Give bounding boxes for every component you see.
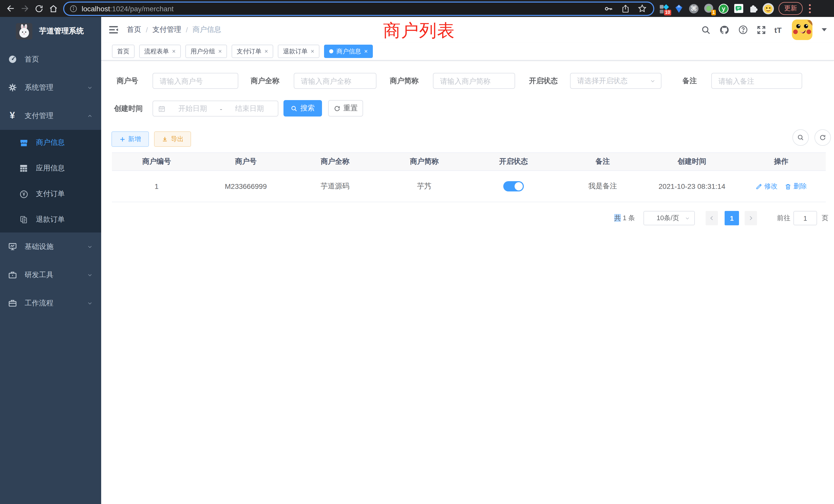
grid-icon [19, 164, 28, 173]
app-logo-avatar [16, 23, 32, 39]
page-size-select[interactable]: 10条/页 [643, 211, 695, 225]
sidebar-item-merchant-info[interactable]: 商户信息 [0, 130, 101, 156]
export-button[interactable]: 导出 [154, 131, 191, 147]
add-button[interactable]: 新增 [111, 131, 149, 147]
tag-merchant-info[interactable]: 商户信息× [324, 45, 373, 58]
close-icon[interactable]: × [264, 48, 268, 55]
browser-home-button[interactable] [46, 1, 61, 16]
extension-y-icon[interactable]: y [718, 2, 730, 15]
edit-label: 修改 [764, 182, 777, 191]
tag-user-group[interactable]: 用户分组× [185, 45, 227, 58]
browser-update-button[interactable]: 更新 [778, 2, 803, 15]
url-path: :1024/pay/merchant [110, 4, 174, 13]
refresh-table-button[interactable] [814, 129, 831, 146]
sidebar-item-label: 系统管理 [25, 83, 53, 92]
sidebar-item-system[interactable]: 系统管理 [0, 73, 101, 101]
remark-input[interactable] [711, 73, 802, 89]
avatar-caret-down-icon[interactable] [822, 28, 827, 31]
header-search-button[interactable] [701, 25, 711, 35]
tag-label: 支付订单 [237, 47, 261, 56]
extension-chat-doc-icon[interactable] [732, 2, 745, 15]
address-bar[interactable]: localhost:1024/pay/merchant [63, 1, 654, 16]
extension-pixel-blocks-icon[interactable]: 10 [658, 2, 670, 15]
browser-profile-emoji-icon[interactable] [762, 2, 774, 15]
edit-link[interactable]: 修改 [755, 182, 777, 191]
cell-remark: 我是备注 [558, 182, 648, 191]
font-size-button[interactable]: tT [774, 25, 782, 34]
sidebar-item-label: 研发工具 [25, 270, 53, 279]
search-button[interactable]: 搜索 [284, 100, 322, 116]
extensions-puzzle-icon[interactable] [747, 2, 760, 15]
total-unit: 条 [628, 214, 635, 222]
sidebar-item-label: 退款订单 [36, 215, 65, 224]
fullscreen-button[interactable] [756, 25, 766, 35]
sidebar-item-pay-order[interactable]: 支付订单 [0, 181, 101, 207]
sidebar-logo[interactable]: 芋道管理系统 [0, 17, 101, 45]
table-row: 1 M233666999 芋道源码 芋艿 我是备注 2021-10-23 08:… [112, 171, 826, 202]
chevron-down-icon [87, 244, 93, 250]
pagination: 共 1 条 10条/页 1 前往 页 [101, 210, 834, 226]
share-icon[interactable] [621, 4, 630, 13]
status-select-placeholder: 请选择开启状态 [577, 76, 650, 86]
close-icon[interactable]: × [172, 48, 176, 55]
sidebar-item-home[interactable]: 首页 [0, 45, 101, 73]
page-content: 商户号 商户全称 商户简称 开启状态 请选择开启状态 备注 创建时间 开始日期 [101, 61, 834, 504]
cell-merchant-no: M233666999 [201, 182, 291, 190]
goto-page-input[interactable] [793, 211, 817, 225]
tag-pay-order[interactable]: 支付订单× [232, 45, 273, 58]
prev-page-button[interactable] [706, 211, 718, 225]
extension-gem-icon[interactable] [673, 2, 685, 15]
cell-status [469, 181, 558, 191]
status-toggle-on[interactable] [503, 181, 524, 191]
status-select[interactable]: 请选择开启状态 [570, 73, 661, 89]
sidebar-item-label: 支付订单 [36, 189, 65, 199]
sidebar-item-app-info[interactable]: 应用信息 [0, 156, 101, 181]
sidebar-item-workflow[interactable]: 工作流程 [0, 289, 101, 317]
browser-back-button[interactable] [3, 1, 18, 16]
reset-button[interactable]: 重置 [328, 100, 363, 116]
col-full-name: 商户全称 [290, 157, 380, 166]
tag-refund-order[interactable]: 退款订单× [278, 45, 320, 58]
password-key-icon[interactable] [603, 3, 614, 14]
page-number-button[interactable]: 1 [725, 211, 739, 225]
close-icon[interactable]: × [311, 48, 314, 55]
extension-command-icon[interactable]: ⌘ [688, 2, 700, 15]
sidebar-item-refund-order[interactable]: 退款订单 [0, 207, 101, 232]
next-page-button[interactable] [745, 211, 757, 225]
tag-label: 商户信息 [336, 47, 361, 56]
status-label: 开启状态 [502, 73, 558, 89]
browser-reload-button[interactable] [32, 1, 46, 16]
bookmark-star-icon[interactable] [637, 4, 647, 13]
breadcrumb-section[interactable]: 支付管理 [153, 25, 181, 35]
chevron-down-icon [87, 300, 93, 306]
sidebar-item-payment[interactable]: ¥ 支付管理 [0, 101, 101, 130]
hamburger-button[interactable] [108, 25, 118, 35]
reset-button-label: 重置 [343, 104, 358, 113]
hamburger-icon [108, 25, 118, 35]
sidebar-item-dev-tools[interactable]: 研发工具 [0, 261, 101, 289]
tag-home[interactable]: 首页 [112, 45, 135, 58]
update-label: 更新 [784, 4, 797, 13]
site-info-icon[interactable] [69, 4, 78, 13]
extension-profile-dot-icon[interactable]: 1 [703, 2, 715, 15]
delete-link[interactable]: 删除 [785, 182, 807, 191]
main-area: 首页 / 支付管理 / 商户信息 [101, 17, 834, 504]
create-time-range-picker[interactable]: 开始日期 - 结束日期 [153, 100, 278, 116]
date-start-placeholder: 开始日期 [170, 104, 216, 113]
chevron-down-icon [650, 78, 656, 84]
tags-view: 首页 流程表单× 用户分组× 支付订单× 退款订单× 商户信息× [101, 43, 834, 61]
dashboard-icon [8, 55, 17, 64]
close-icon[interactable]: × [364, 48, 368, 55]
browser-menu-button[interactable] [806, 2, 814, 15]
tag-process-form[interactable]: 流程表单× [139, 45, 181, 58]
github-button[interactable] [719, 24, 730, 35]
total-prefix: 共 [614, 214, 621, 222]
breadcrumb-home[interactable]: 首页 [127, 25, 141, 35]
help-button[interactable] [738, 25, 748, 35]
sidebar-item-infrastructure[interactable]: 基础设施 [0, 232, 101, 261]
user-avatar[interactable] [792, 20, 812, 40]
close-icon[interactable]: × [218, 48, 222, 55]
sidebar-item-label: 首页 [25, 55, 39, 64]
browser-forward-button[interactable] [18, 1, 32, 16]
toggle-search-button[interactable] [792, 129, 809, 146]
